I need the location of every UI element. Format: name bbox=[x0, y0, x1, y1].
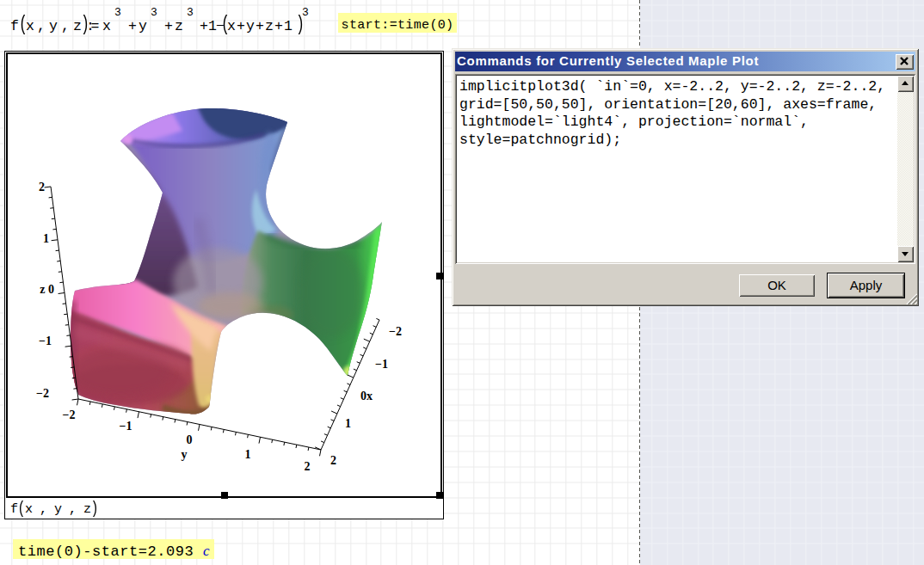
svg-text:2: 2 bbox=[305, 460, 311, 473]
svg-text:2: 2 bbox=[330, 454, 336, 467]
svg-text:y: y bbox=[182, 448, 188, 461]
svg-text:−2: −2 bbox=[36, 387, 49, 400]
svg-text:−1: −1 bbox=[120, 420, 132, 433]
svg-text:−2: −2 bbox=[389, 325, 402, 338]
svg-text:0: 0 bbox=[187, 433, 193, 446]
svg-text:1: 1 bbox=[345, 417, 351, 430]
svg-text:z 0: z 0 bbox=[40, 283, 54, 296]
svg-text:−2: −2 bbox=[63, 408, 76, 421]
svg-text:1: 1 bbox=[245, 448, 251, 461]
svg-text:2: 2 bbox=[39, 181, 45, 193]
svg-text:−1: −1 bbox=[375, 358, 388, 371]
svg-text:1: 1 bbox=[43, 232, 49, 245]
svg-text:0x: 0x bbox=[360, 390, 373, 402]
svg-text:−1: −1 bbox=[39, 335, 52, 347]
